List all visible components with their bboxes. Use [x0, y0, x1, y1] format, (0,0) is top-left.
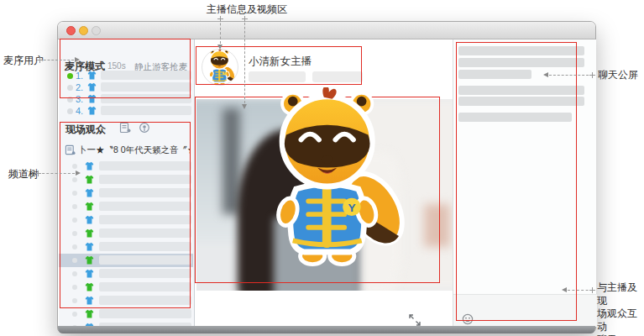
mic-queue-item[interactable]: 1. [59, 70, 193, 81]
channel-member-item[interactable] [59, 281, 193, 294]
member-status-dot [72, 298, 77, 303]
member-shirt-icon [84, 268, 95, 279]
member-name-placeholder [99, 282, 191, 291]
member-name-placeholder [99, 215, 191, 224]
chat-input-area[interactable] [453, 294, 597, 327]
member-status-dot [72, 191, 77, 196]
mic-queue-number: 2. [76, 82, 83, 92]
member-name-placeholder [99, 188, 191, 197]
window-bottom-bar [58, 326, 595, 333]
channel-member-item[interactable] [59, 186, 193, 200]
member-list-icon[interactable] [119, 122, 131, 134]
broadcaster-name: 小清新女主播 [249, 55, 312, 69]
audience-title: 现场观众 [65, 123, 106, 137]
yy-mascot-image [252, 87, 416, 284]
member-shirt-icon [84, 160, 95, 171]
member-status-dot [72, 177, 77, 182]
mic-status-dot [67, 108, 73, 114]
annotation-channel-tree-label: 频道树 [8, 167, 39, 181]
member-name-placeholder [99, 228, 191, 238]
annotation-interact-line1: 与主播及现 [597, 281, 644, 307]
mic-queue-number: 3. [76, 94, 83, 104]
mic-queue-number: 1. [76, 71, 83, 81]
broadcaster-avatar[interactable] [202, 49, 238, 86]
member-name-placeholder [99, 242, 191, 251]
member-name-placeholder [101, 71, 191, 80]
mic-queue-list: 1. 2. 3. 4. [59, 70, 193, 118]
member-shirt-icon [86, 81, 97, 92]
channel-member-item[interactable] [59, 213, 193, 227]
channel-name: 卜一★〝8 0年代天籁之音〞★ [78, 144, 191, 156]
close-button[interactable] [66, 26, 76, 35]
member-shirt-icon [84, 174, 95, 185]
mic-queue-number: 4. [76, 106, 83, 116]
member-name-placeholder [101, 94, 191, 103]
member-name-placeholder [99, 255, 191, 265]
channel-icon [65, 144, 76, 155]
channel-member-item[interactable] [59, 240, 193, 254]
member-shirt-icon [86, 93, 97, 104]
channel-member-list [59, 160, 193, 328]
member-name-placeholder [99, 309, 191, 318]
channel-root-item[interactable]: 卜一★〝8 0年代天籁之音〞★ [59, 144, 193, 157]
annotation-connector-tree [38, 173, 75, 174]
location-pin-icon[interactable] [139, 122, 150, 134]
fullscreen-button[interactable] [92, 26, 101, 35]
member-name-placeholder [101, 82, 191, 92]
member-name-placeholder [99, 296, 191, 305]
left-sidebar: 麦序模式 150s 静止游客抢麦 1. 2. 3. 4. [59, 39, 195, 327]
member-shirt-icon [84, 281, 95, 292]
annotation-interact-line2: 场观众互动 [597, 307, 644, 333]
mic-queue-item[interactable]: 2. [59, 81, 193, 93]
channel-member-item[interactable] [59, 254, 193, 267]
member-shirt-icon [84, 241, 95, 252]
annotation-broadcaster-label: 主播信息及视频区 [207, 3, 287, 17]
broadcaster-badge-placeholder [312, 71, 363, 82]
annotation-connector-video [244, 18, 245, 103]
annotation-interact-label: 与主播及现 场观众互动 聊天 [597, 281, 644, 336]
mic-status-dot [67, 73, 73, 79]
channel-member-item[interactable] [59, 227, 193, 240]
mic-status-dot [67, 85, 73, 91]
member-shirt-icon [84, 187, 95, 198]
minimize-button[interactable] [79, 26, 88, 35]
broadcaster-badge-placeholder [249, 71, 306, 82]
member-name-placeholder [99, 202, 191, 211]
photo-blur-shape [424, 204, 450, 246]
member-status-dot [72, 312, 77, 317]
screenshot-canvas: 麦序模式 150s 静止游客抢麦 1. 2. 3. 4. [0, 0, 644, 336]
window-titlebar [58, 22, 595, 39]
member-name-placeholder [99, 175, 191, 184]
member-shirt-icon [84, 255, 95, 265]
emoticon-button-icon[interactable] [462, 313, 474, 325]
member-shirt-icon [84, 295, 95, 306]
mic-queue-item[interactable]: 3. [59, 93, 193, 105]
member-name-placeholder [101, 106, 191, 115]
member-status-dot [72, 244, 77, 249]
resize-handle-icon[interactable] [408, 313, 421, 327]
member-name-placeholder [99, 269, 191, 278]
channel-member-item[interactable] [59, 307, 193, 321]
member-shirt-icon [84, 214, 95, 225]
mic-queue-item[interactable]: 4. [59, 105, 193, 117]
annotation-connector-interact [568, 290, 593, 291]
channel-member-item[interactable] [59, 294, 193, 307]
member-shirt-icon [84, 308, 95, 319]
annotation-connector-broadcaster-info [220, 18, 221, 44]
channel-member-item[interactable] [59, 267, 193, 281]
member-shirt-icon [86, 70, 97, 81]
chat-panel [453, 39, 596, 327]
member-status-dot [72, 285, 77, 290]
member-status-dot [72, 271, 77, 276]
member-status-dot [72, 218, 77, 223]
member-name-placeholder [99, 161, 191, 171]
member-status-dot [72, 204, 77, 209]
avatar-mascot-image [204, 49, 238, 86]
member-shirt-icon [86, 105, 97, 116]
annotation-connector-mic [39, 60, 74, 60]
annotation-connector-chat [549, 75, 593, 76]
channel-member-item[interactable] [59, 200, 193, 213]
member-status-dot [72, 258, 77, 263]
member-shirt-icon [84, 201, 95, 212]
member-status-dot [72, 231, 77, 236]
